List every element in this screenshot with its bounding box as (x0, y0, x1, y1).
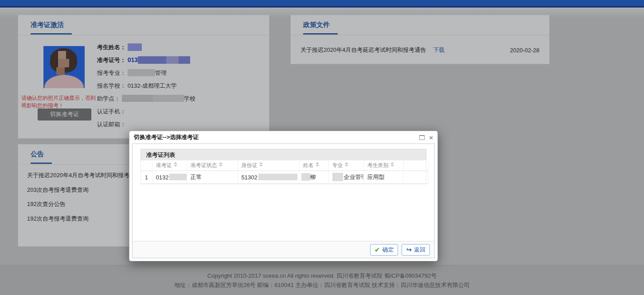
redacted-name (301, 173, 310, 181)
table-row[interactable]: 1 0132 正常 51302 柳 企业管理 应用型 (141, 171, 428, 184)
switch-ticket-dialog: 切换准考证-->选择准考证 × 准考证列表 准考证 准考证状态 身份证 (129, 131, 438, 261)
cell-empty (403, 171, 428, 184)
cell-category: 应用型 (363, 171, 403, 184)
name-suffix: 柳 (310, 174, 316, 180)
column-label: 姓名 (303, 162, 314, 168)
column-ticket[interactable]: 准考证 (152, 160, 187, 171)
back-arrow-icon: ↪ (406, 246, 412, 253)
column-major[interactable]: 专业 (328, 160, 363, 171)
cell-ticket: 0132 (152, 171, 187, 184)
column-empty (403, 160, 428, 171)
sort-icon (345, 162, 348, 167)
check-icon: ✔ (375, 246, 380, 253)
cell-ticket-status: 正常 (187, 171, 238, 184)
column-label: 专业 (332, 162, 343, 168)
dialog-window-controls: × (419, 134, 433, 141)
cell-name: 柳 (299, 171, 328, 184)
confirm-button-label: 确定 (382, 246, 394, 254)
table-header-row: 准考证 准考证状态 身份证 姓名 专业 考生类别 (141, 160, 428, 171)
redacted-major (332, 173, 343, 181)
ticket-list-section: 准考证列表 准考证 准考证状态 身份证 姓名 专业 考生类别 (141, 149, 426, 184)
cell-row-number: 1 (141, 171, 152, 184)
column-label: 准考证 (156, 162, 172, 168)
dialog-body: 准考证列表 准考证 准考证状态 身份证 姓名 专业 考生类别 (132, 144, 435, 258)
id-prefix: 51302 (242, 174, 258, 181)
sort-icon (390, 162, 394, 167)
sort-icon (316, 162, 319, 167)
back-button[interactable]: ↪ 返回 (402, 244, 430, 256)
column-name[interactable]: 姓名 (299, 160, 328, 171)
dialog-titlebar[interactable]: 切换准考证-->选择准考证 × (129, 131, 437, 144)
column-id-number[interactable]: 身份证 (238, 160, 299, 171)
close-icon[interactable]: × (429, 134, 433, 141)
dialog-title: 切换准考证-->选择准考证 (134, 133, 199, 141)
column-label: 身份证 (242, 162, 258, 168)
cell-id-number: 51302 (238, 171, 299, 184)
column-label: 考生类别 (367, 162, 389, 168)
sort-icon (174, 162, 177, 167)
confirm-button[interactable]: ✔ 确定 (370, 244, 398, 256)
maximize-icon[interactable] (419, 135, 425, 140)
column-label: 准考证状态 (191, 162, 217, 168)
column-category[interactable]: 考生类别 (363, 160, 403, 171)
back-button-label: 返回 (414, 246, 425, 254)
ticket-table: 准考证 准考证状态 身份证 姓名 专业 考生类别 1 0132 正常 51302… (141, 160, 426, 184)
redacted-id-number (258, 174, 297, 180)
sort-icon (219, 162, 222, 167)
ticket-prefix: 0132 (156, 174, 169, 181)
sort-icon (259, 162, 263, 167)
cell-major: 企业管理 (328, 171, 363, 184)
major-suffix: 企业管理 (344, 174, 364, 180)
ticket-list-title: 准考证列表 (141, 149, 426, 160)
redacted-ticket (169, 174, 187, 180)
column-ticket-status[interactable]: 准考证状态 (187, 160, 238, 171)
dialog-footer: ✔ 确定 ↪ 返回 (133, 241, 434, 258)
column-row-number (141, 160, 152, 171)
